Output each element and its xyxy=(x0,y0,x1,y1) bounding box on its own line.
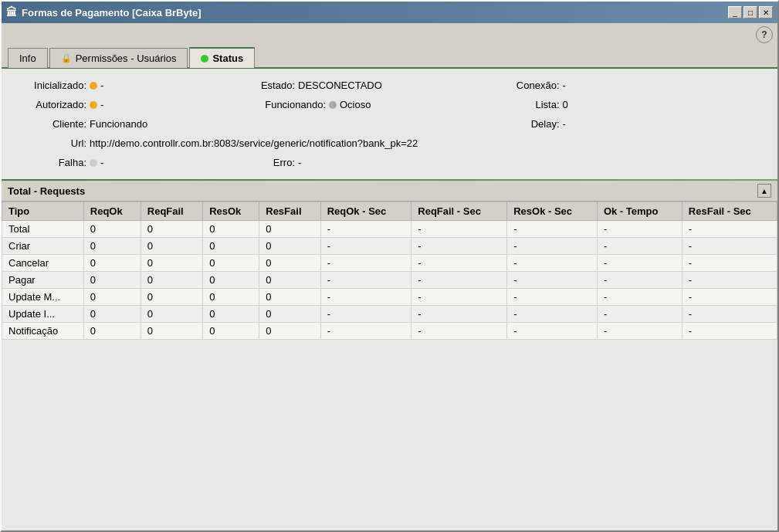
delay-label: Delay: xyxy=(506,118,560,130)
table-cell: - xyxy=(682,255,777,272)
tab-status[interactable]: Status xyxy=(189,47,255,68)
table-cell: - xyxy=(682,238,777,255)
col-reqfail: ReqFail xyxy=(141,202,202,221)
table-cell: - xyxy=(682,306,777,323)
table-cell: - xyxy=(682,323,777,340)
table-cell: Criar xyxy=(2,238,84,255)
table-cell: - xyxy=(507,306,598,323)
table-cell: 0 xyxy=(141,323,202,340)
col-reqok-sec: ReqOk - Sec xyxy=(320,202,412,221)
autorizado-value: - xyxy=(100,99,103,110)
col-resok: ResOk xyxy=(203,202,259,221)
lock-icon: 🔒 xyxy=(61,53,72,63)
table-cell: Update M... xyxy=(2,289,84,306)
falha-value: - xyxy=(100,157,103,168)
close-button[interactable]: ✕ xyxy=(759,6,773,19)
table-cell: 0 xyxy=(203,272,259,289)
table-cell: 0 xyxy=(259,272,320,289)
collapse-button[interactable]: ▲ xyxy=(757,184,771,198)
autorizado-label: Autorizado: xyxy=(17,99,86,110)
table-cell: - xyxy=(507,221,598,238)
table-cell: 0 xyxy=(203,255,259,272)
table-cell: 0 xyxy=(141,255,202,272)
inicializado-dot xyxy=(90,82,97,90)
conexao-label: Conexão: xyxy=(506,80,560,91)
autorizado-group: Autorizado: - xyxy=(17,99,249,110)
table-cell: 0 xyxy=(259,289,320,306)
table-cell: - xyxy=(682,289,777,306)
table-cell: 0 xyxy=(141,238,202,255)
help-button[interactable]: ? xyxy=(756,26,773,43)
table-cell: 0 xyxy=(83,306,141,323)
title-bar-left: 🏛 Formas de Pagamento [Caixa BrByte] xyxy=(6,6,202,19)
table-row: Criar0000----- xyxy=(2,238,777,255)
requests-table: Tipo ReqOk ReqFail ResOk ResFail ReqOk -… xyxy=(2,202,777,340)
falha-dot xyxy=(90,159,97,167)
estado-label: Estado: xyxy=(249,80,295,91)
cliente-label: Cliente: xyxy=(17,118,86,130)
erro-label: Erro: xyxy=(249,157,295,168)
table-cell: - xyxy=(682,272,777,289)
falha-label: Falha: xyxy=(17,157,86,168)
window-content: ? Info 🔒 Permissões - Usuários Status In… xyxy=(2,23,777,530)
url-group: Url: http://demo.controllr.com.br:8083/s… xyxy=(17,137,762,149)
status-dot-icon xyxy=(201,55,208,63)
table-cell: - xyxy=(320,289,412,306)
inicializado-group: Inicializado: - xyxy=(17,80,249,91)
table-title: Total - Requests xyxy=(8,185,85,197)
table-cell: 0 xyxy=(83,272,141,289)
table-cell: 0 xyxy=(83,289,141,306)
table-cell: - xyxy=(320,255,412,272)
table-cell: - xyxy=(507,272,598,289)
funcionando-group: Funcionando: Ocioso xyxy=(249,99,506,110)
table-cell: - xyxy=(320,238,412,255)
col-ok-tempo: Ok - Tempo xyxy=(597,202,682,221)
col-resfail-sec: ResFail - Sec xyxy=(682,202,777,221)
inicializado-label: Inicializado: xyxy=(17,80,86,91)
table-cell: 0 xyxy=(259,255,320,272)
falha-group: Falha: - xyxy=(17,157,249,168)
table-cell: - xyxy=(412,255,507,272)
window-title: Formas de Pagamento [Caixa BrByte] xyxy=(22,7,202,19)
minimize-button[interactable]: _ xyxy=(728,6,742,19)
tab-permissoes-label: Permissões - Usuários xyxy=(76,53,177,64)
maximize-button[interactable]: □ xyxy=(743,6,757,19)
funcionando-label: Funcionando: xyxy=(249,99,326,110)
col-resok-sec: ResOk - Sec xyxy=(507,202,598,221)
table-cell: 0 xyxy=(141,272,202,289)
table-cell: - xyxy=(320,221,412,238)
table-row: Update I...0000----- xyxy=(2,306,777,323)
funcionando-dot xyxy=(329,101,337,109)
table-row: Total0000----- xyxy=(2,221,777,238)
table-cell: - xyxy=(412,221,507,238)
table-cell: - xyxy=(412,306,507,323)
erro-group: Erro: - xyxy=(249,157,506,168)
lista-value: 0 xyxy=(563,99,568,110)
url-label: Url: xyxy=(17,137,86,149)
col-resfail: ResFail xyxy=(259,202,320,221)
tab-permissoes[interactable]: 🔒 Permissões - Usuários xyxy=(49,48,188,68)
app-icon: 🏛 xyxy=(6,6,17,19)
title-bar: 🏛 Formas de Pagamento [Caixa BrByte] _ □… xyxy=(2,2,777,23)
table-header-bar: Total - Requests ▲ xyxy=(2,181,777,202)
table-cell: 0 xyxy=(259,306,320,323)
table-cell: 0 xyxy=(203,238,259,255)
table-cell: - xyxy=(320,323,412,340)
inicializado-value: - xyxy=(100,80,103,91)
table-cell: 0 xyxy=(259,238,320,255)
funcionando-value: Ocioso xyxy=(340,99,371,110)
table-cell: - xyxy=(597,306,682,323)
table-cell: - xyxy=(507,238,598,255)
table-cell: 0 xyxy=(203,221,259,238)
tab-info[interactable]: Info xyxy=(8,48,48,68)
table-cell: 0 xyxy=(83,323,141,340)
table-cell: - xyxy=(412,238,507,255)
main-panel: Inicializado: - Estado: DESCONECTADO Con… xyxy=(2,69,777,530)
table-wrapper[interactable]: Tipo ReqOk ReqFail ResOk ResFail ReqOk -… xyxy=(2,202,777,530)
table-cell: Cancelar xyxy=(2,255,84,272)
table-cell: Pagar xyxy=(2,272,84,289)
table-cell: - xyxy=(682,221,777,238)
table-cell: 0 xyxy=(203,323,259,340)
table-section: Total - Requests ▲ Tipo ReqOk ReqFail Re… xyxy=(2,181,777,530)
table-cell: - xyxy=(597,272,682,289)
